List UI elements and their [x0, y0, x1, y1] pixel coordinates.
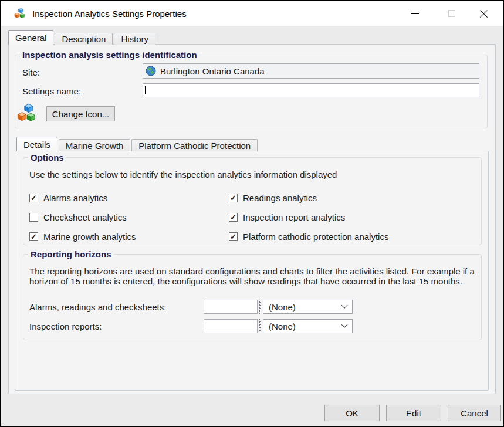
site-value: Burlington Ontario Canada: [160, 66, 265, 76]
tab-history[interactable]: History: [114, 33, 155, 45]
cancel-button[interactable]: Cancel: [448, 405, 501, 421]
horizon-inspection-label: Inspection reports:: [29, 321, 204, 331]
ok-button[interactable]: OK: [324, 405, 380, 421]
dropdown-value: (None): [269, 302, 296, 312]
window-title: Inspection Analytics Settings Properties: [32, 9, 187, 19]
app-cubes-icon: [13, 7, 27, 20]
details-panel: Options Use the settings below to identi…: [15, 151, 489, 391]
tab-general[interactable]: General: [8, 30, 53, 45]
checkbox-icon[interactable]: [29, 232, 38, 241]
minimize-button[interactable]: [401, 1, 428, 26]
detail-tabs: Details Marine Growth Platform Cathodic …: [16, 137, 259, 151]
reporting-horizons-groupbox: Reporting horizons The reporting horizon…: [23, 254, 482, 340]
checkbox-icon[interactable]: [229, 194, 238, 202]
checkbox-marine-growth-analytics[interactable]: Marine growth analytics: [29, 232, 229, 242]
tab-details-label: Details: [23, 140, 50, 150]
settings-name-input[interactable]: [143, 83, 479, 97]
ok-label: OK: [346, 408, 358, 418]
checkbox-inspection-report-analytics[interactable]: Inspection report analytics: [229, 212, 475, 222]
horizon-alarms-unit-dropdown[interactable]: (None): [263, 300, 353, 314]
horizon-inspection-unit-dropdown[interactable]: (None): [263, 319, 353, 333]
site-field: Burlington Ontario Canada: [143, 63, 479, 79]
maximize-icon: [448, 10, 455, 17]
checkbox-label: Marine growth analytics: [43, 232, 136, 242]
horizon-row-inspection: Inspection reports: (None): [29, 319, 353, 333]
maximize-button: [438, 1, 465, 26]
tab-description[interactable]: Description: [55, 33, 113, 45]
chevron-down-icon: [341, 302, 347, 309]
tab-platform-cathodic-label: Platform Cathodic Protection: [138, 141, 251, 151]
options-checkbox-grid: Alarms analytics Checksheet analytics Ma…: [29, 188, 475, 246]
spinner-dots-icon[interactable]: [258, 300, 262, 314]
tab-marine-growth[interactable]: Marine Growth: [59, 139, 130, 151]
options-groupbox: Options Use the settings below to identi…: [23, 157, 482, 245]
horizon-alarms-label: Alarms, readings and checksheets:: [29, 302, 204, 312]
checkbox-label: Platform cathodic protection analytics: [243, 232, 388, 242]
horizon-inspection-input[interactable]: [204, 319, 258, 333]
checkbox-readings-analytics[interactable]: Readings analytics: [229, 193, 475, 203]
identification-groupbox: Inspection analysis settings identificat…: [15, 55, 488, 128]
reporting-legend: Reporting horizons: [28, 249, 114, 259]
property-tabs: General Description History: [8, 30, 157, 45]
reporting-description: The reporting horizons are used on stand…: [29, 266, 476, 286]
globe-icon: [146, 66, 156, 76]
checkbox-icon[interactable]: [29, 194, 38, 202]
horizon-alarms-input[interactable]: [204, 300, 258, 314]
text-caret: [145, 86, 146, 94]
spinner-dots-icon[interactable]: [258, 319, 262, 333]
settings-name-label: Settings name:: [22, 86, 81, 96]
checkbox-label: Checksheet analytics: [43, 212, 127, 222]
tab-marine-growth-label: Marine Growth: [66, 141, 123, 151]
close-icon: [479, 9, 488, 18]
checkbox-icon[interactable]: [29, 213, 38, 222]
edit-button[interactable]: Edit: [386, 405, 441, 421]
site-label: Site:: [22, 67, 40, 77]
settings-cubes-icon: [16, 102, 38, 124]
dropdown-value: (None): [269, 321, 296, 331]
checkbox-platform-cathodic-analytics[interactable]: Platform cathodic protection analytics: [229, 232, 475, 242]
checkbox-alarms-analytics[interactable]: Alarms analytics: [29, 193, 229, 203]
dialog-window: Inspection Analytics Settings Properties…: [0, 0, 504, 427]
tab-general-label: General: [15, 33, 46, 43]
checkbox-label: Readings analytics: [243, 193, 317, 203]
minimize-icon: [411, 13, 419, 14]
edit-label: Edit: [406, 408, 421, 418]
options-legend: Options: [28, 152, 66, 162]
options-description: Use the settings below to identify the i…: [29, 170, 476, 179]
chevron-down-icon: [341, 321, 347, 328]
checkbox-label: Inspection report analytics: [243, 212, 345, 222]
identification-legend: Inspection analysis settings identificat…: [20, 50, 199, 60]
checkbox-icon[interactable]: [229, 213, 238, 222]
checkbox-icon[interactable]: [229, 232, 238, 241]
tab-history-label: History: [121, 34, 148, 44]
change-icon-label: Change Icon...: [52, 109, 110, 119]
change-icon-button[interactable]: Change Icon...: [46, 106, 115, 121]
horizon-row-alarms: Alarms, readings and checksheets: (None): [29, 300, 353, 314]
tab-platform-cathodic[interactable]: Platform Cathodic Protection: [131, 139, 258, 151]
checkbox-checksheet-analytics[interactable]: Checksheet analytics: [29, 212, 229, 222]
tab-details[interactable]: Details: [16, 137, 57, 151]
tab-description-label: Description: [62, 34, 106, 44]
close-button[interactable]: [470, 1, 497, 26]
checkbox-label: Alarms analytics: [43, 193, 107, 203]
cancel-label: Cancel: [461, 408, 488, 418]
